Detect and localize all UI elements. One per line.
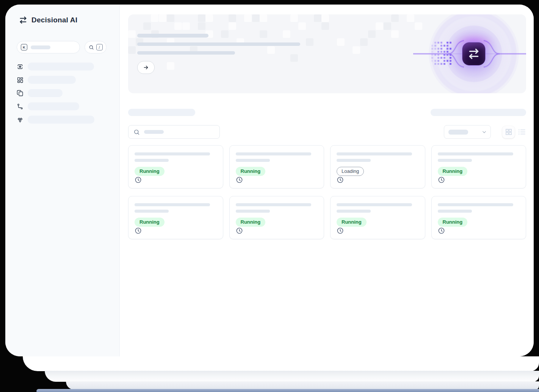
keycap-slash: / [96, 44, 103, 50]
skeleton-card-title [135, 152, 210, 155]
grid-view-button[interactable] [502, 126, 515, 138]
deck-layer-1 [23, 356, 539, 371]
skeleton-card-title [337, 203, 412, 206]
sidebar-search-row: K / [17, 41, 112, 53]
status-badge: Running [236, 218, 266, 227]
list-view-button[interactable] [518, 128, 526, 136]
skeleton-card-subtitle [236, 159, 270, 162]
clock-icon [135, 176, 142, 183]
filter-select[interactable] [444, 125, 491, 139]
swap-arrows-icon [468, 48, 480, 60]
skeleton-card-subtitle [135, 159, 169, 162]
sidebar-search-input[interactable]: K [17, 41, 80, 53]
section-header [128, 109, 526, 116]
main-content: Running Running Loading Running [120, 5, 534, 356]
skeleton-card-subtitle [438, 210, 472, 213]
sidebar-item-3[interactable] [17, 89, 112, 97]
skeleton-nav-label [28, 76, 76, 84]
sidebar-item-5[interactable] [17, 115, 112, 124]
list-view-icon [518, 128, 526, 136]
skeleton-nav-label [28, 116, 94, 124]
clock-icon [337, 176, 344, 183]
brand-title: Decisional AI [31, 16, 77, 24]
search-icon [133, 129, 140, 135]
sidebar-nav [17, 62, 112, 124]
documents-icon [17, 90, 24, 97]
deck-edge [36, 389, 539, 392]
status-badge: Running [236, 167, 266, 176]
toolbar [128, 125, 526, 139]
chevron-down-icon [481, 129, 487, 135]
skeleton-card-subtitle [236, 210, 270, 213]
skeleton-search-placeholder [31, 45, 50, 49]
skeleton-card-subtitle [438, 159, 472, 162]
workflow-card[interactable]: Loading [330, 145, 425, 188]
deck-layer-2 [45, 371, 539, 382]
sidebar-item-4[interactable] [17, 102, 112, 111]
hero-banner [128, 14, 526, 93]
sidebar-shortcut-button[interactable]: / [85, 41, 107, 53]
status-badge: Running [135, 167, 165, 176]
cards-grid: Running Running Loading Running [128, 145, 526, 239]
skeleton-hero-line [137, 51, 235, 55]
clock-icon [236, 227, 243, 234]
skeleton-card-title [438, 152, 513, 155]
skeleton-nav-label [28, 63, 94, 71]
skeleton-nav-label [28, 102, 79, 110]
workflow-card[interactable]: Running [229, 196, 324, 239]
search-input[interactable] [128, 125, 220, 139]
deck-layer-3 [66, 381, 539, 390]
workflow-card[interactable]: Running [431, 145, 526, 188]
skeleton-card-title [236, 203, 311, 206]
skeleton-card-subtitle [337, 159, 371, 162]
skeleton-card-subtitle [135, 210, 169, 213]
workflow-card[interactable]: Running [431, 196, 526, 239]
skeleton-card-title [236, 152, 311, 155]
hero-cta-button[interactable] [137, 61, 155, 74]
workflow-card[interactable]: Running [229, 145, 324, 188]
search-icon [89, 45, 94, 50]
skeleton-card-title [438, 203, 513, 206]
keycap-k: K [21, 44, 27, 50]
status-badge: Running [438, 218, 468, 227]
clock-icon [135, 227, 142, 234]
skeleton-search-placeholder [144, 130, 164, 134]
clock-icon [337, 227, 344, 234]
skeleton-hero-title [137, 34, 208, 38]
swap-squircle-logo [462, 42, 486, 66]
skeleton-nav-label [28, 89, 63, 97]
status-badge: Running [438, 167, 468, 176]
status-badge: Running [337, 218, 367, 227]
status-badge: Running [135, 218, 165, 227]
clock-icon [438, 176, 445, 183]
skeleton-select-value [448, 130, 468, 135]
sidebar-item-2[interactable] [17, 75, 112, 84]
app-window: Decisional AI K / [5, 5, 534, 356]
toolbar-right [444, 125, 526, 139]
status-badge: Loading [337, 167, 364, 176]
skeleton-hero-line [137, 42, 300, 46]
grid-view-icon [505, 128, 512, 136]
skeleton-card-title [337, 152, 412, 155]
clock-icon [236, 176, 243, 183]
skeleton-card-subtitle [337, 210, 371, 213]
page: { "brand": { "name": "Decisional AI", "l… [0, 0, 539, 392]
sidebar: Decisional AI K / [5, 5, 120, 356]
arrow-right-icon [143, 64, 149, 71]
server-cog-icon [17, 63, 24, 70]
skeleton-card-title [135, 203, 210, 206]
skeleton-section-title [128, 109, 195, 116]
swap-arrows-icon [19, 16, 27, 24]
workflow-card[interactable]: Running [128, 145, 223, 188]
skeleton-section-meta [431, 109, 526, 116]
workflow-card[interactable]: Running [128, 196, 223, 239]
workflow-card[interactable]: Running [330, 196, 425, 239]
sidebar-item-1[interactable] [17, 62, 112, 71]
route-icon [17, 103, 24, 110]
dashboard-icon [17, 77, 24, 83]
clock-icon [438, 227, 445, 234]
brand-logo: Decisional AI [19, 16, 112, 24]
components-icon [17, 116, 24, 123]
